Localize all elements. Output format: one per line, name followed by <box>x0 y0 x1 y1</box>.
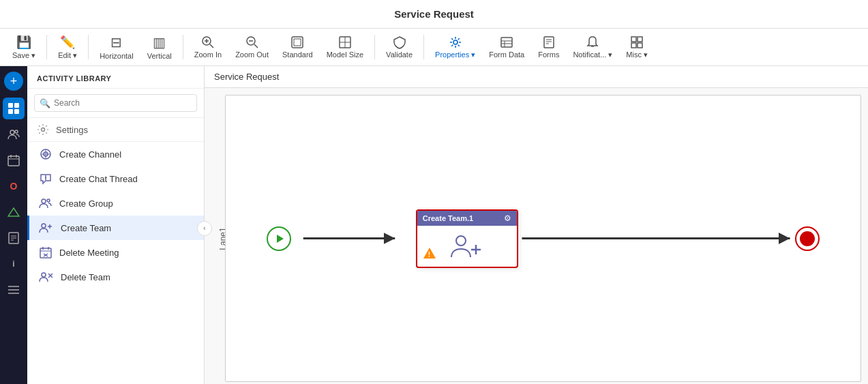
toolbar-sep-1 <box>46 35 47 59</box>
forms-label: Forms <box>538 50 559 59</box>
activity-item-delete-team[interactable]: Delete Team <box>27 265 204 289</box>
model-size-button[interactable]: Model Size <box>321 33 369 61</box>
gear-icon[interactable]: ⚙ <box>504 213 511 223</box>
svg-rect-7 <box>292 37 303 48</box>
nav-item-drive[interactable] <box>3 201 25 223</box>
svg-rect-24 <box>631 43 636 48</box>
notifications-button[interactable]: Notificat... ▾ <box>567 33 618 62</box>
settings-icon <box>37 123 49 136</box>
forms-button[interactable]: Forms <box>533 33 565 61</box>
misc-icon <box>630 35 644 49</box>
create-team-icon <box>39 221 54 235</box>
save-icon: 💾 <box>16 35 31 50</box>
create-channel-icon <box>39 147 53 161</box>
activity-item-create-group[interactable]: Create Group <box>27 191 204 216</box>
nav-item-grid[interactable] <box>3 98 25 119</box>
svg-rect-23 <box>638 37 642 42</box>
svg-text:!: ! <box>428 250 430 258</box>
edit-icon: ✏️ <box>60 35 75 50</box>
svg-rect-17 <box>544 37 554 48</box>
vertical-button[interactable]: ▥ Vertical <box>142 31 177 63</box>
activity-node-title: Create Team.1 <box>423 214 473 222</box>
delete-meeting-label: Delete Meeting <box>59 248 119 258</box>
settings-item[interactable]: Settings <box>27 118 204 142</box>
left-nav: + O <box>0 66 27 384</box>
create-chat-thread-icon <box>39 172 53 186</box>
nav-item-teams[interactable] <box>3 123 25 145</box>
svg-point-68 <box>456 236 466 246</box>
svg-rect-8 <box>294 39 301 46</box>
delete-meeting-icon <box>39 246 53 259</box>
horizontal-button[interactable]: ⊟ Horizontal <box>94 31 139 63</box>
docs-icon <box>8 232 19 244</box>
canvas-title: Service Request <box>214 72 279 82</box>
standard-button[interactable]: Standard <box>277 33 318 61</box>
warning-indicator: ! <box>423 247 436 261</box>
activity-item-create-team[interactable]: Create Team <box>27 216 204 240</box>
model-size-label: Model Size <box>327 50 363 59</box>
canvas-header: Service Request <box>205 66 868 88</box>
properties-label: Properties ▾ <box>435 50 475 59</box>
edit-label: Edit ▾ <box>58 51 77 60</box>
zoom-out-button[interactable]: Zoom Out <box>230 33 274 61</box>
misc-label: Misc ▾ <box>626 50 648 59</box>
properties-button[interactable]: Properties ▾ <box>430 33 481 62</box>
form-data-button[interactable]: Form Data <box>483 33 530 61</box>
save-button[interactable]: 💾 Save ▾ <box>7 32 41 63</box>
horizontal-label: Horizontal <box>100 52 134 60</box>
add-button[interactable]: + <box>4 72 23 91</box>
zoom-in-button[interactable]: Zoom In <box>189 33 227 61</box>
lane-container: Create Team.1 ⚙ <box>225 95 861 382</box>
activity-node-header: Create Team.1 ⚙ <box>417 211 517 226</box>
notifications-label: Notificat... ▾ <box>573 50 612 59</box>
vertical-label: Vertical <box>147 52 172 60</box>
collapse-sidebar-button[interactable]: ‹ <box>197 221 212 236</box>
search-icon: 🔍 <box>40 98 50 108</box>
nav-item-menu[interactable] <box>3 279 25 301</box>
canvas-content[interactable]: Lane1 <box>205 88 868 384</box>
misc-button[interactable]: Misc ▾ <box>620 33 653 62</box>
drive-icon <box>8 207 20 217</box>
nav-item-docs[interactable] <box>3 227 25 249</box>
activity-node[interactable]: Create Team.1 ⚙ <box>416 209 518 268</box>
create-team-label: Create Team <box>61 223 111 233</box>
svg-point-51 <box>42 199 46 203</box>
notifications-icon <box>586 35 599 49</box>
title-bar: Service Request <box>0 0 868 29</box>
end-node-inner <box>800 231 815 246</box>
search-input[interactable] <box>34 94 197 112</box>
activity-item-delete-meeting[interactable]: Delete Meeting <box>27 240 204 265</box>
activity-item-create-chat-thread[interactable]: Create Chat Thread <box>27 166 204 191</box>
validate-label: Validate <box>386 50 413 59</box>
svg-rect-22 <box>631 37 636 42</box>
svg-rect-25 <box>638 43 642 48</box>
validate-button[interactable]: Validate <box>380 33 418 61</box>
activity-list: Create Channel Create Chat Thread <box>27 142 204 384</box>
svg-line-6 <box>254 44 258 48</box>
create-chat-thread-label: Create Chat Thread <box>59 174 138 184</box>
activity-item-create-channel[interactable]: Create Channel <box>27 142 204 166</box>
svg-point-52 <box>47 199 50 202</box>
nav-item-calendar[interactable] <box>3 149 25 171</box>
flow-svg <box>226 95 860 381</box>
activity-library-header: ACTIVITY LIBRARY <box>27 66 204 89</box>
activity-node-body: ! <box>417 226 517 267</box>
warning-icon: ! <box>423 247 436 259</box>
nav-item-infopath[interactable]: i <box>3 253 25 275</box>
save-label: Save ▾ <box>12 51 35 60</box>
zoom-out-icon <box>245 35 259 49</box>
edit-button[interactable]: ✏️ Edit ▾ <box>53 32 83 63</box>
svg-point-44 <box>42 128 45 132</box>
form-data-icon <box>500 35 513 49</box>
calendar-icon <box>8 154 20 166</box>
nav-item-office[interactable]: O <box>3 175 25 197</box>
svg-rect-28 <box>8 109 13 114</box>
zoom-out-label: Zoom Out <box>235 50 269 59</box>
delete-team-icon <box>39 270 54 284</box>
create-group-label: Create Group <box>59 198 113 209</box>
svg-rect-29 <box>14 109 19 114</box>
validate-icon <box>393 35 406 49</box>
settings-label: Settings <box>56 125 88 135</box>
search-container: 🔍 <box>27 89 204 118</box>
standard-label: Standard <box>282 50 313 59</box>
